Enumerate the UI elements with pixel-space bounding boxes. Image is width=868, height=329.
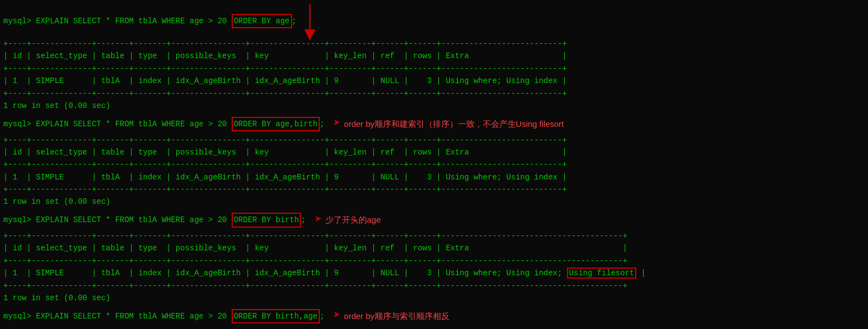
- query-block-4: mysql> EXPLAIN SELECT * FROM tblA WHERE …: [3, 306, 865, 329]
- highlight-order-2: ORDER BY age,birth: [232, 117, 320, 131]
- arrow-right-3: ➤: [315, 210, 322, 230]
- table-sep-1b: +----+-------------+-------+-------+----…: [3, 63, 865, 75]
- cmd-line-3: mysql> EXPLAIN SELECT * FROM tblA WHERE …: [3, 210, 865, 230]
- annotation-4: ➤ order by顺序与索引顺序相反: [330, 306, 449, 326]
- filesort-highlight-3: Using filesort: [567, 268, 637, 279]
- highlight-order-4: ORDER BY birth,age: [232, 309, 320, 323]
- cmd-suffix-1: ;: [292, 15, 297, 27]
- annotation-block-1: [302, 4, 349, 38]
- query-block-2: mysql> EXPLAIN SELECT * FROM tblA WHERE …: [3, 114, 865, 208]
- table-row-3: | 1 | SIMPLE | tblA | index | idx_A_ageB…: [3, 267, 865, 279]
- arrow-down-svg-1: [304, 4, 349, 38]
- cmd-prefix-4: mysql> EXPLAIN SELECT * FROM tblA WHERE …: [3, 310, 232, 322]
- cmd-line-2: mysql> EXPLAIN SELECT * FROM tblA WHERE …: [3, 114, 865, 133]
- cmd-prefix-1: mysql> EXPLAIN SELECT * FROM tblA WHERE …: [3, 15, 232, 27]
- annotation-2: ➤ order by顺序和建索引（排序）一致，不会产生Using filesor…: [330, 114, 564, 133]
- cmd-prefix-3: mysql> EXPLAIN SELECT * FROM tblA WHERE …: [3, 214, 232, 226]
- table-sep-2b: +----+-------------+-------+-------+----…: [3, 158, 865, 171]
- cmd-line-4: mysql> EXPLAIN SELECT * FROM tblA WHERE …: [3, 306, 865, 326]
- table-sep-1c: +----+-------------+-------+-------+----…: [3, 88, 865, 100]
- row-count-2: 1 row in set (0.00 sec): [3, 196, 865, 208]
- arrow-right-4: ➤: [333, 306, 340, 326]
- cmd-suffix-3: ;: [301, 214, 305, 226]
- highlight-order-1: ORDER BY age: [232, 14, 292, 28]
- table-sep-2c: +----+-------------+-------+-------+----…: [3, 183, 865, 196]
- table-sep-3b: +----+-------------+-------+-------+----…: [3, 255, 865, 267]
- table-header-3: | id | select_type | table | type | poss…: [3, 242, 865, 254]
- table-header-2: | id | select_type | table | type | poss…: [3, 146, 865, 158]
- annotation-text-4: order by顺序与索引顺序相反: [344, 310, 450, 323]
- annotation-text-2: order by顺序和建索引（排序）一致，不会产生Using filesort: [344, 117, 564, 131]
- terminal-window: mysql> EXPLAIN SELECT * FROM tblA WHERE …: [3, 4, 865, 329]
- annotation-text-3: 少了开头的age: [325, 213, 381, 227]
- table-row-2: | 1 | SIMPLE | tblA | index | idx_A_ageB…: [3, 171, 865, 183]
- cmd-suffix-2: ;: [320, 118, 324, 130]
- cmd-prefix-2: mysql> EXPLAIN SELECT * FROM tblA WHERE …: [3, 118, 232, 130]
- arrow-right-2: ➤: [333, 114, 340, 133]
- row-count-3: 1 row in set (0.00 sec): [3, 292, 865, 304]
- annotation-3: ➤ 少了开头的age: [312, 210, 381, 230]
- table-sep-3a: +----+-------------+-------+-------+----…: [3, 230, 865, 242]
- table-sep-2a: +----+-------------+-------+-------+----…: [3, 134, 865, 146]
- table-header-1: | id | select_type | table | type | poss…: [3, 50, 865, 62]
- table-row-1: | 1 | SIMPLE | tblA | index | idx_A_ageB…: [3, 75, 865, 87]
- query-block-3: mysql> EXPLAIN SELECT * FROM tblA WHERE …: [3, 210, 865, 305]
- highlight-order-3: ORDER BY birth: [232, 213, 302, 227]
- table-sep-3c: +----+-------------+-------+-------+----…: [3, 280, 865, 292]
- cmd-suffix-4: ;: [320, 310, 324, 322]
- table-sep-1a: +----+-------------+-------+-------+----…: [3, 38, 865, 50]
- row-count-1: 1 row in set (0.00 sec): [3, 100, 865, 112]
- table-sep-4a: +----+-------------+-------+-------+----…: [3, 326, 865, 329]
- cmd-line-1: mysql> EXPLAIN SELECT * FROM tblA WHERE …: [3, 4, 865, 38]
- query-block-1: mysql> EXPLAIN SELECT * FROM tblA WHERE …: [3, 4, 865, 112]
